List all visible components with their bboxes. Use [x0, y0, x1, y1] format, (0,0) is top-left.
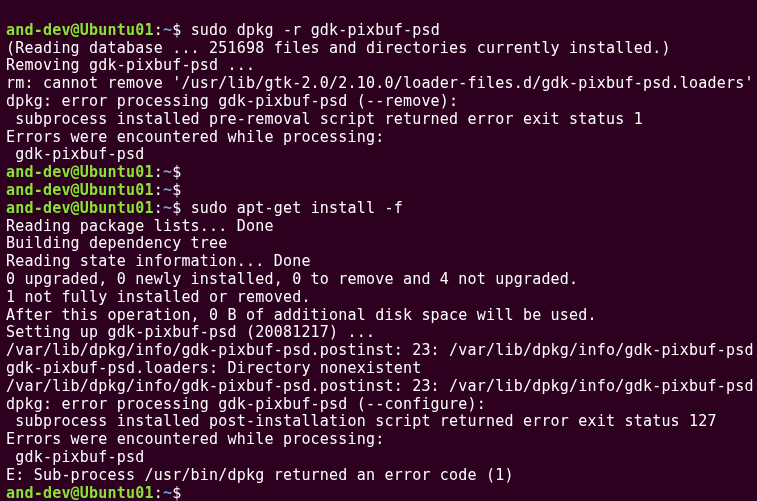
prompt-end: $: [172, 21, 181, 39]
prompt-end: $: [172, 163, 181, 181]
prompt-user: and-dev@Ubuntu01: [6, 199, 154, 217]
output-line: dpkg: error processing gdk-pixbuf-psd (-…: [6, 92, 458, 110]
prompt-path: ~: [163, 484, 172, 501]
command-4: sudo apt-get install -f: [191, 199, 403, 217]
output-line: gdk-pixbuf-psd: [6, 145, 144, 163]
prompt-sep: :: [154, 21, 163, 39]
prompt-path: ~: [163, 199, 172, 217]
output-line: Reading state information... Done: [6, 252, 311, 270]
output-line: /var/lib/dpkg/info/gdk-pixbuf-psd.postin…: [6, 377, 757, 395]
prompt-sep: :: [154, 181, 163, 199]
output-line: gdk-pixbuf-psd.loaders: Directory nonexi…: [6, 359, 421, 377]
output-line: 1 not fully installed or removed.: [6, 288, 311, 306]
prompt-end: $: [172, 484, 181, 501]
output-line: rm: cannot remove '/usr/lib/gtk-2.0/2.10…: [6, 74, 757, 92]
prompt-end: $: [172, 181, 181, 199]
prompt-line-5[interactable]: and-dev@Ubuntu01:~$: [6, 484, 181, 501]
prompt-line-1: and-dev@Ubuntu01:~$ sudo dpkg -r gdk-pix…: [6, 21, 440, 39]
prompt-sep: :: [154, 484, 163, 501]
prompt-user: and-dev@Ubuntu01: [6, 484, 154, 501]
output-line: Setting up gdk-pixbuf-psd (20081217) ...: [6, 323, 375, 341]
prompt-sep: :: [154, 199, 163, 217]
prompt-end: $: [172, 199, 181, 217]
prompt-path: ~: [163, 181, 172, 199]
prompt-path: ~: [163, 21, 172, 39]
terminal-window[interactable]: and-dev@Ubuntu01:~$ sudo dpkg -r gdk-pix…: [0, 0, 757, 501]
output-line: Errors were encountered while processing…: [6, 128, 384, 146]
output-line: dpkg: error processing gdk-pixbuf-psd (-…: [6, 395, 486, 413]
output-line: subprocess installed post-installation s…: [6, 412, 717, 430]
command-1: sudo dpkg -r gdk-pixbuf-psd: [191, 21, 440, 39]
output-line: 0 upgraded, 0 newly installed, 0 to remo…: [6, 270, 578, 288]
output-line: Building dependency tree: [6, 234, 228, 252]
prompt-user: and-dev@Ubuntu01: [6, 21, 154, 39]
prompt-line-3: and-dev@Ubuntu01:~$: [6, 181, 181, 199]
output-line: /var/lib/dpkg/info/gdk-pixbuf-psd.postin…: [6, 341, 757, 359]
output-line: E: Sub-process /usr/bin/dpkg returned an…: [6, 466, 514, 484]
output-line: Errors were encountered while processing…: [6, 430, 384, 448]
prompt-sep: :: [154, 163, 163, 181]
output-line: Removing gdk-pixbuf-psd ...: [6, 56, 255, 74]
prompt-user: and-dev@Ubuntu01: [6, 181, 154, 199]
output-line: gdk-pixbuf-psd: [6, 448, 144, 466]
output-line: Reading package lists... Done: [6, 217, 274, 235]
output-line: After this operation, 0 B of additional …: [6, 306, 597, 324]
prompt-path: ~: [163, 163, 172, 181]
prompt-line-4: and-dev@Ubuntu01:~$ sudo apt-get install…: [6, 199, 403, 217]
output-line: subprocess installed pre-removal script …: [6, 110, 643, 128]
prompt-user: and-dev@Ubuntu01: [6, 163, 154, 181]
prompt-line-2: and-dev@Ubuntu01:~$: [6, 163, 181, 181]
output-line: (Reading database ... 251698 files and d…: [6, 39, 671, 57]
